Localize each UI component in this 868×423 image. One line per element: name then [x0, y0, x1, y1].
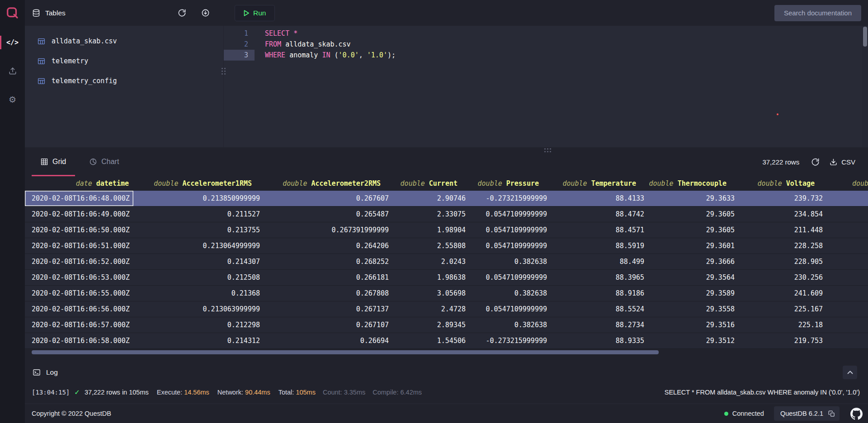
grid-cell[interactable]: 88.9335: [552, 333, 649, 348]
column-header[interactable]: doublePressure: [470, 179, 552, 188]
run-button[interactable]: Run: [235, 5, 275, 21]
column-header[interactable]: doub: [827, 179, 868, 188]
grid-cell[interactable]: [827, 286, 868, 301]
grid-cell[interactable]: 228.258: [739, 238, 827, 254]
table-row[interactable]: 2020-02-08T16:06:49.000Z0.2115270.265487…: [25, 207, 868, 222]
table-row[interactable]: 2020-02-08T16:06:56.000Z0.2130639999990.…: [25, 301, 868, 317]
grid-cell[interactable]: 0.213063999999: [133, 301, 264, 317]
grid-cell[interactable]: [827, 317, 868, 333]
grid-cell[interactable]: [827, 238, 868, 254]
grid-cell[interactable]: 29.3666: [649, 254, 739, 269]
grid-cell[interactable]: 0.264206: [264, 238, 393, 254]
grid-cell[interactable]: [827, 207, 868, 222]
grid-cell[interactable]: [827, 270, 868, 285]
grid-cell[interactable]: 0.268252: [264, 254, 393, 269]
grid-cell[interactable]: 0.213755: [133, 222, 264, 238]
grid-cell[interactable]: 0.0547109999999: [470, 207, 552, 222]
grid-cell[interactable]: 225.18: [739, 317, 827, 333]
grid-cell[interactable]: [827, 254, 868, 269]
results-resize-handle[interactable]: [544, 148, 552, 153]
grid-cell[interactable]: 0.21368: [133, 286, 264, 301]
grid-cell[interactable]: 0.0547109999999: [470, 238, 552, 254]
grid-cell[interactable]: 29.3512: [649, 333, 739, 348]
column-header[interactable]: doubleThermocouple: [649, 179, 739, 188]
grid-cell[interactable]: 0.382638: [470, 286, 552, 301]
sql-editor-nav[interactable]: </>: [0, 32, 25, 53]
grid-cell[interactable]: 225.167: [739, 301, 827, 317]
editor-line[interactable]: 3WHERE anomaly IN ('0.0', '1.0');: [224, 50, 868, 61]
sql-editor[interactable]: 1SELECT *2FROM alldata_skab.csv3WHERE an…: [223, 26, 868, 147]
grid-cell[interactable]: -0.273215999999: [470, 191, 552, 206]
grid-cell[interactable]: 2020-02-08T16:06:52.000Z: [25, 254, 133, 269]
grid-cell[interactable]: 0.213064999999: [133, 238, 264, 254]
grid-cell[interactable]: 0.212298: [133, 317, 264, 333]
grid-cell[interactable]: 88.4571: [552, 222, 649, 238]
grid-cell[interactable]: 0.0547109999999: [470, 222, 552, 238]
editor-line[interactable]: 1SELECT *: [224, 28, 868, 39]
grid-cell[interactable]: 239.732: [739, 191, 827, 206]
grid-cell[interactable]: 0.265487: [264, 207, 393, 222]
refresh-results-button[interactable]: [809, 156, 821, 168]
grid-cell[interactable]: 29.3605: [649, 207, 739, 222]
grid-cell[interactable]: 2020-02-08T16:06:57.000Z: [25, 317, 133, 333]
grid-cell[interactable]: 29.3605: [649, 222, 739, 238]
table-row[interactable]: 2020-02-08T16:06:51.000Z0.2130649999990.…: [25, 238, 868, 254]
grid-cell[interactable]: 0.211527: [133, 207, 264, 222]
grid-cell[interactable]: 0.0547109999999: [470, 301, 552, 317]
grid-cell[interactable]: 2020-02-08T16:06:50.000Z: [25, 222, 133, 238]
grid-cell[interactable]: 2.90746: [393, 191, 470, 206]
table-row[interactable]: 2020-02-08T16:06:57.000Z0.2122980.267107…: [25, 317, 868, 333]
grid-cell[interactable]: 0.214312: [133, 333, 264, 348]
grid-cell[interactable]: 0.267607: [264, 191, 393, 206]
grid-cell[interactable]: 2020-02-08T16:06:53.000Z: [25, 270, 133, 285]
column-header[interactable]: doubleAccelerometer1RMS: [133, 179, 264, 188]
grid-cell[interactable]: 2020-02-08T16:06:55.000Z: [25, 286, 133, 301]
search-documentation-button[interactable]: Search documentation: [774, 5, 861, 21]
grid-cell[interactable]: 29.3564: [649, 270, 739, 285]
copy-icon[interactable]: [828, 410, 835, 417]
grid-cell[interactable]: [827, 191, 868, 206]
editor-line[interactable]: 2FROM alldata_skab.csv: [224, 39, 868, 50]
grid-cell[interactable]: 0.267107: [264, 317, 393, 333]
grid-cell[interactable]: 0.214307: [133, 254, 264, 269]
grid-cell[interactable]: 230.256: [739, 270, 827, 285]
refresh-tables-button[interactable]: [176, 7, 188, 19]
grid-cell[interactable]: 0.266181: [264, 270, 393, 285]
table-row[interactable]: 2020-02-08T16:06:48.000Z0.2138509999990.…: [25, 191, 868, 207]
grid-cell[interactable]: 88.5524: [552, 301, 649, 317]
table-row[interactable]: 2020-02-08T16:06:52.000Z0.2143070.268252…: [25, 254, 868, 270]
grid-cell[interactable]: 2020-02-08T16:06:51.000Z: [25, 238, 133, 254]
grid-cell[interactable]: 3.05698: [393, 286, 470, 301]
github-icon[interactable]: [850, 408, 863, 420]
column-header[interactable]: doubleTemperature: [552, 179, 649, 188]
grid-cell[interactable]: 241.609: [739, 286, 827, 301]
grid-cell[interactable]: 29.3633: [649, 191, 739, 206]
grid-cell[interactable]: 0.267808: [264, 286, 393, 301]
grid-cell[interactable]: 0.267391999999: [264, 222, 393, 238]
grid-cell[interactable]: 0.212508: [133, 270, 264, 285]
grid-cell[interactable]: 88.2734: [552, 317, 649, 333]
table-list-item[interactable]: alldata_skab.csv: [25, 31, 223, 51]
grid-cell[interactable]: [827, 222, 868, 238]
grid-cell[interactable]: 2.0243: [393, 254, 470, 269]
collapse-log-button[interactable]: [843, 366, 857, 379]
grid-cell[interactable]: 88.4742: [552, 207, 649, 222]
grid-cell[interactable]: 2.89345: [393, 317, 470, 333]
grid-cell[interactable]: 2.4728: [393, 301, 470, 317]
table-row[interactable]: 2020-02-08T16:06:58.000Z0.2143120.266941…: [25, 333, 868, 349]
editor-scrollbar[interactable]: [862, 26, 868, 147]
column-header[interactable]: doubleCurrent: [393, 179, 470, 188]
grid-horizontal-scrollbar[interactable]: [25, 350, 868, 355]
grid-cell[interactable]: 2020-02-08T16:06:48.000Z: [25, 191, 133, 206]
tab-chart[interactable]: Chart: [80, 147, 128, 176]
tab-grid[interactable]: Grid: [32, 147, 75, 176]
table-list-item[interactable]: telemetry: [25, 51, 223, 71]
grid-cell[interactable]: 88.3965: [552, 270, 649, 285]
grid-cell[interactable]: 211.448: [739, 222, 827, 238]
grid-cell[interactable]: 1.98638: [393, 270, 470, 285]
grid-cell[interactable]: 0.382638: [470, 317, 552, 333]
grid-cell[interactable]: 88.9186: [552, 286, 649, 301]
questdb-logo[interactable]: [0, 0, 25, 26]
table-row[interactable]: 2020-02-08T16:06:53.000Z0.2125080.266181…: [25, 270, 868, 286]
grid-cell[interactable]: 2020-02-08T16:06:56.000Z: [25, 301, 133, 317]
